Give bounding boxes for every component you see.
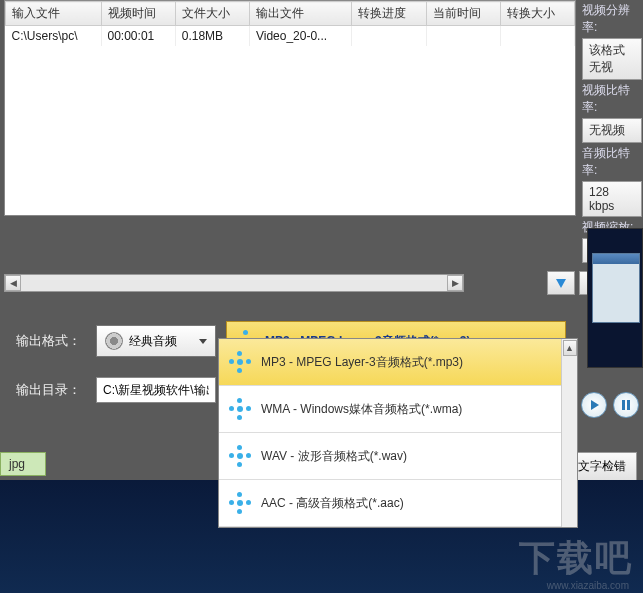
col-output-file[interactable]: 输出文件 <box>249 2 351 26</box>
settings-side-panel: 视频分辨率: 该格式无视 视频比特率: 无视频 音频比特率: 128 kbps … <box>582 0 642 267</box>
format-category-select[interactable]: 经典音频 <box>96 325 216 357</box>
table-toolbar: ◀ ▶ <box>0 267 643 299</box>
resolution-label: 视频分辨率: <box>582 2 642 36</box>
conversion-table: 输入文件 视频时间 文件大小 输出文件 转换进度 当前时间 转换大小 C:\Us… <box>5 1 575 46</box>
format-dots-icon <box>229 445 251 467</box>
category-value: 经典音频 <box>129 333 177 350</box>
scroll-up-button[interactable]: ▲ <box>563 340 577 356</box>
cell-output-file: Video_20-0... <box>249 26 351 47</box>
play-icon <box>591 400 599 410</box>
col-current-time[interactable]: 当前时间 <box>426 2 500 26</box>
horizontal-scrollbar[interactable]: ◀ ▶ <box>4 274 464 292</box>
format-option-label: WAV - 波形音频格式(*.wav) <box>261 448 407 465</box>
preview-titlebar <box>593 254 639 264</box>
audio-bitrate-label: 音频比特率: <box>582 145 642 179</box>
output-dir-input[interactable] <box>96 377 216 403</box>
col-video-time[interactable]: 视频时间 <box>101 2 175 26</box>
format-dots-icon <box>229 398 251 420</box>
cell-convert-size <box>500 26 574 47</box>
output-dir-label: 输出目录： <box>16 381 86 399</box>
watermark-text: 下载吧 <box>519 534 633 583</box>
format-option-label: MP3 - MPEG Layer-3音频格式(*.mp3) <box>261 354 463 371</box>
format-option-wav[interactable]: WAV - 波形音频格式(*.wav) <box>219 433 577 480</box>
format-option-wma[interactable]: WMA - Windows媒体音频格式(*.wma) <box>219 386 577 433</box>
pause-icon <box>622 400 630 410</box>
resolution-select[interactable]: 该格式无视 <box>582 38 642 80</box>
music-disc-icon <box>105 332 123 350</box>
scroll-left-button[interactable]: ◀ <box>5 275 21 291</box>
col-input-file[interactable]: 输入文件 <box>6 2 102 26</box>
format-option-label: AAC - 高级音频格式(*.aac) <box>261 495 404 512</box>
cell-progress <box>352 26 426 47</box>
arrow-down-icon <box>556 279 566 288</box>
table-row[interactable]: C:\Users\pc\ 00:00:01 0.18MB Video_20-0.… <box>6 26 575 47</box>
scroll-right-button[interactable]: ▶ <box>447 275 463 291</box>
move-down-button[interactable] <box>547 271 575 295</box>
video-bitrate-select[interactable]: 无视频 <box>582 118 642 143</box>
playback-controls <box>581 392 639 418</box>
cell-video-time: 00:00:01 <box>101 26 175 47</box>
cell-file-size: 0.18MB <box>175 26 249 47</box>
col-progress[interactable]: 转换进度 <box>352 2 426 26</box>
format-option-mp3[interactable]: MP3 - MPEG Layer-3音频格式(*.mp3) <box>219 339 577 386</box>
format-option-label: WMA - Windows媒体音频格式(*.wma) <box>261 401 462 418</box>
jpg-tab[interactable]: jpg <box>0 452 46 476</box>
pause-button[interactable] <box>613 392 639 418</box>
col-convert-size[interactable]: 转换大小 <box>500 2 574 26</box>
video-bitrate-label: 视频比特率: <box>582 82 642 116</box>
format-dots-icon <box>229 351 251 373</box>
play-button[interactable] <box>581 392 607 418</box>
col-file-size[interactable]: 文件大小 <box>175 2 249 26</box>
dropdown-scrollbar[interactable]: ▲ <box>561 339 577 527</box>
cell-current-time <box>426 26 500 47</box>
output-format-label: 输出格式： <box>16 332 86 350</box>
format-option-aac[interactable]: AAC - 高级音频格式(*.aac) <box>219 480 577 527</box>
watermark-url: www.xiazaiba.com <box>547 580 629 591</box>
format-dots-icon <box>229 492 251 514</box>
conversion-table-panel: 输入文件 视频时间 文件大小 输出文件 转换进度 当前时间 转换大小 C:\Us… <box>4 0 576 216</box>
audio-bitrate-select[interactable]: 128 kbps <box>582 181 642 217</box>
cell-input-file: C:\Users\pc\ <box>6 26 102 47</box>
video-preview-panel <box>587 228 643 368</box>
preview-window <box>592 253 640 323</box>
format-dropdown: MP3 - MPEG Layer-3音频格式(*.mp3) WMA - Wind… <box>218 338 578 528</box>
